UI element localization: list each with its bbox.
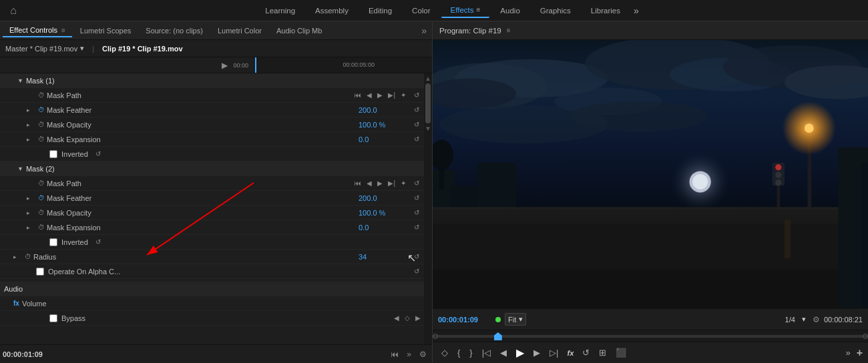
radius-value[interactable]: 34 ↖ — [356, 253, 409, 261]
nav-tab-graphics[interactable]: Graphics — [531, 4, 580, 17]
mask2-header[interactable]: ▼ Mask (2) — [0, 161, 424, 176]
nav-tab-learning[interactable]: Learning — [256, 4, 304, 17]
mask1-inverted-checkbox-group[interactable]: Inverted — [47, 150, 91, 158]
nav-tab-audio[interactable]: Audio — [491, 4, 529, 17]
mask2-opacity-value[interactable]: 100.0 % — [356, 209, 409, 217]
mask1-step-back[interactable]: ◀ — [365, 90, 374, 100]
tab-source[interactable]: Source: (no clips) — [139, 25, 210, 37]
mask1-feather-value[interactable]: 200.0 — [356, 106, 409, 114]
mask2-expansion-reset[interactable]: ↺ — [409, 224, 424, 231]
playhead-timeline[interactable] — [433, 330, 868, 342]
bypass-add-keyframe[interactable]: ◇ — [403, 313, 412, 323]
tab-lumetri-color[interactable]: Lumetri Color — [211, 25, 268, 37]
mask1-opacity-stopwatch[interactable]: ⏱ — [36, 121, 47, 128]
mask2-inverted-checkbox[interactable] — [49, 238, 57, 246]
timeline-playhead[interactable] — [255, 57, 256, 73]
mask2-add-keyframe[interactable]: ✦ — [399, 178, 408, 188]
mask2-opacity-stopwatch[interactable]: ⏱ — [36, 209, 47, 216]
nav-tab-libraries[interactable]: Libraries — [582, 4, 630, 17]
nav-tab-assembly[interactable]: Assembly — [306, 4, 358, 17]
operate-alpha-checkbox-group[interactable]: Operate On Alpha C... — [33, 268, 409, 276]
mask1-opacity-expand[interactable]: ▸ — [27, 121, 36, 128]
mask1-add-keyframe[interactable]: ✦ — [399, 90, 408, 100]
mask1-feather-reset[interactable]: ↺ — [409, 106, 424, 113]
step-fwd-btn[interactable]: ▶ — [530, 345, 544, 360]
mask2-step-back[interactable]: ◀ — [365, 178, 374, 188]
radius-expand[interactable]: ▸ — [13, 254, 23, 260]
bottom-back-btn[interactable]: ⏮ — [388, 348, 401, 360]
active-clip-name[interactable]: Clip #19 * Clip #19.mov — [102, 45, 182, 53]
add-marker-btn[interactable]: ◇ — [438, 345, 451, 360]
mask1-expansion-reset[interactable]: ↺ — [409, 135, 424, 143]
scroll-down-arrow[interactable]: ▼ — [425, 125, 431, 132]
playhead-position[interactable] — [494, 332, 502, 340]
mask1-path-stopwatch[interactable]: ⏱ — [36, 91, 47, 99]
mask2-skip-back[interactable]: ⏮ — [353, 178, 363, 188]
mask2-feather-reset[interactable]: ↺ — [409, 194, 424, 202]
operate-alpha-checkbox[interactable] — [36, 268, 44, 276]
bottom-settings-btn[interactable]: ⚙ — [417, 348, 429, 360]
mask2-inverted-checkbox-group[interactable]: Inverted — [47, 238, 91, 246]
mask2-opacity-reset[interactable]: ↺ — [409, 209, 424, 216]
step-back-btn[interactable]: ◀ — [497, 345, 510, 360]
bypass-step-back[interactable]: ◀ — [392, 313, 401, 323]
clip-selector[interactable]: Master * Clip #19.mov ▾ — [5, 44, 84, 53]
more-transport-btn[interactable]: » — [842, 345, 853, 360]
mask1-skip-fwd[interactable]: ▶| — [386, 90, 397, 100]
scroll-thumb[interactable] — [425, 83, 431, 123]
mask1-feather-stopwatch[interactable]: ⏱ — [36, 106, 47, 113]
bypass-step-fwd[interactable]: ▶ — [413, 313, 423, 323]
monitor-wrench-icon[interactable]: ⚙ — [813, 315, 820, 324]
bypass-checkbox-group[interactable]: Bypass — [47, 314, 391, 322]
mask1-expansion-expand[interactable]: ▸ — [27, 136, 36, 143]
mask1-inverted-reset[interactable]: ↺ — [91, 150, 105, 157]
fx-toggle-btn[interactable]: fx — [564, 348, 576, 358]
home-icon[interactable]: ⌂ — [5, 3, 21, 19]
tab-effect-controls[interactable]: Effect Controls ≡ — [3, 24, 72, 37]
mask2-feather-value[interactable]: 200.0 — [356, 194, 409, 202]
play-btn[interactable]: ▶ — [513, 344, 527, 362]
mask2-expansion-value[interactable]: 0.0 — [356, 224, 409, 232]
effect-controls-menu-icon[interactable]: ≡ — [61, 27, 65, 34]
tab-lumetri-scopes[interactable]: Lumetri Scopes — [73, 25, 138, 37]
panel-tabs-more[interactable]: » — [419, 25, 429, 36]
operate-alpha-reset[interactable]: ↺ — [409, 268, 424, 275]
mask2-path-reset[interactable]: ↺ — [409, 179, 424, 187]
mask1-expansion-value[interactable]: 0.0 — [356, 135, 409, 143]
mask1-inverted-checkbox[interactable] — [49, 150, 57, 158]
mask1-path-reset[interactable]: ↺ — [409, 91, 424, 99]
monitor-fit-select[interactable]: Fit ▾ — [505, 313, 526, 326]
scroll-up[interactable]: ▲ — [425, 75, 431, 82]
program-menu-icon[interactable]: ≡ — [507, 27, 511, 34]
mask2-inverted-reset[interactable]: ↺ — [91, 238, 105, 246]
nav-tab-color[interactable]: Color — [403, 4, 439, 17]
mask1-opacity-reset[interactable]: ↺ — [409, 121, 424, 128]
go-to-in-btn[interactable]: |◁ — [479, 345, 494, 360]
nav-tab-effects[interactable]: Effects ≡ — [441, 3, 490, 18]
out-point-btn[interactable]: } — [466, 345, 475, 360]
nav-more-btn[interactable]: » — [634, 5, 639, 16]
mask1-skip-back[interactable]: ⏮ — [353, 90, 363, 100]
bypass-checkbox[interactable] — [49, 314, 57, 322]
mask2-expansion-stopwatch[interactable]: ⏱ — [36, 224, 47, 231]
tab-audio-clip[interactable]: Audio Clip Mb — [270, 25, 329, 37]
in-point-btn[interactable]: { — [454, 345, 463, 360]
nav-tab-editing[interactable]: Editing — [359, 4, 401, 17]
radius-stopwatch[interactable]: ⏱ — [23, 253, 33, 260]
mask1-expansion-stopwatch[interactable]: ⏱ — [36, 135, 47, 143]
add-btn[interactable]: + — [857, 347, 863, 359]
mask2-feather-stopwatch[interactable]: ⏱ — [36, 194, 47, 202]
audio-section-header[interactable]: Audio — [0, 282, 424, 296]
mask2-skip-fwd[interactable]: ▶| — [386, 178, 397, 188]
export-frame-btn[interactable]: ⬛ — [612, 345, 630, 360]
mask1-feather-expand[interactable]: ▸ — [27, 107, 36, 113]
safe-margins-btn[interactable]: ⊞ — [596, 345, 610, 360]
mask2-feather-expand[interactable]: ▸ — [27, 195, 36, 202]
timeline-play-btn[interactable]: ▶ — [222, 61, 228, 70]
go-to-out-btn[interactable]: ▷| — [546, 345, 562, 360]
loop-btn[interactable]: ↺ — [579, 345, 593, 360]
mask2-opacity-expand[interactable]: ▸ — [27, 210, 36, 216]
mask1-header[interactable]: ▼ Mask (1) — [0, 73, 424, 88]
mask1-step-fwd[interactable]: ▶ — [375, 90, 385, 100]
bottom-more-btn[interactable]: » — [404, 348, 414, 360]
